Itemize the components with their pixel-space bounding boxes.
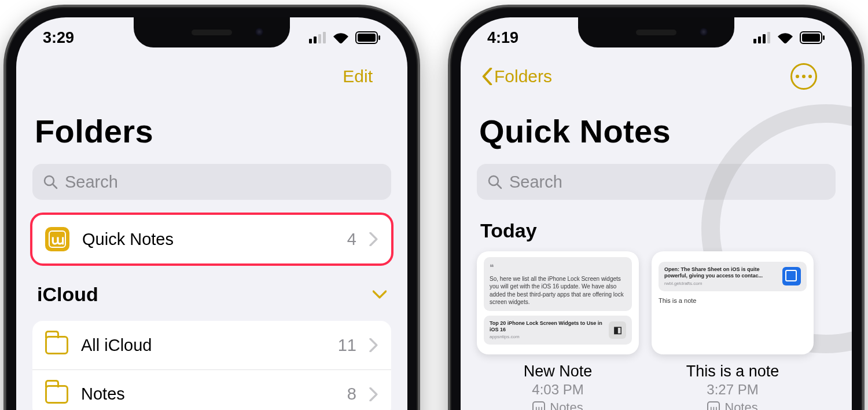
svg-line-8 xyxy=(53,185,57,189)
wifi-icon xyxy=(777,31,794,44)
volume-down-button[interactable] xyxy=(448,241,450,296)
folder-row-notes[interactable]: Notes 8 xyxy=(32,369,391,410)
folder-count: 8 xyxy=(347,385,356,404)
chevron-right-icon xyxy=(369,387,378,401)
screen-right: 4:19 Folders Quick Notes Search xyxy=(461,17,852,410)
battery-icon xyxy=(800,31,825,44)
preview-quote: ❝ So, here we list all the iPhone Lock S… xyxy=(484,257,632,311)
quick-notes-view: Folders Quick Notes Search Today ❝ xyxy=(461,58,852,410)
phone-frame-left: 3:29 Edit Folders Search Quick Notes 4 xyxy=(3,5,420,410)
phone-frame-right: 4:19 Folders Quick Notes Search xyxy=(448,5,865,410)
svg-line-17 xyxy=(498,185,502,189)
svg-rect-2 xyxy=(318,34,321,43)
notes-grid: ❝ So, here we list all the iPhone Lock S… xyxy=(477,251,836,410)
front-camera-icon xyxy=(700,28,708,36)
svg-rect-10 xyxy=(758,36,761,43)
volume-down-button[interactable] xyxy=(3,241,5,296)
folder-name: All iCloud xyxy=(81,336,325,355)
svg-point-16 xyxy=(489,176,498,185)
nav-bar: Edit xyxy=(32,58,391,95)
edit-button[interactable]: Edit xyxy=(343,67,373,86)
note-thumbnail: Open: The Share Sheet on iOS is quite po… xyxy=(652,251,814,354)
preview-link-domain: rwbl.getdrafts.com xyxy=(664,281,773,287)
power-button[interactable] xyxy=(863,189,865,279)
status-time: 4:19 xyxy=(487,29,518,47)
cellular-icon xyxy=(753,32,771,43)
folder-row-all-icloud[interactable]: All iCloud 11 xyxy=(32,321,391,369)
search-placeholder: Search xyxy=(65,173,118,192)
search-input[interactable]: Search xyxy=(477,164,836,200)
front-camera-icon xyxy=(255,28,263,36)
note-title: New Note xyxy=(524,363,593,380)
back-button[interactable]: Folders xyxy=(481,67,552,86)
note-card[interactable]: Open: The Share Sheet on iOS is quite po… xyxy=(652,251,814,410)
quick-notes-mini-icon: ɯ xyxy=(707,401,720,410)
quick-notes-folder-row[interactable]: Quick Notes 4 xyxy=(32,215,391,263)
svg-rect-14 xyxy=(802,34,820,42)
volume-up-button[interactable] xyxy=(3,175,5,230)
status-time: 3:29 xyxy=(43,29,74,47)
earpiece xyxy=(636,30,676,35)
note-thumbnail: ❝ So, here we list all the iPhone Lock S… xyxy=(477,251,639,354)
svg-rect-1 xyxy=(314,36,317,43)
cellular-icon xyxy=(309,32,326,43)
preview-link-title: Open: The Share Sheet on iOS is quite po… xyxy=(664,266,773,280)
link-badge-icon xyxy=(782,267,801,285)
mute-switch[interactable] xyxy=(3,123,5,153)
earpiece xyxy=(192,30,232,35)
preview-link-title: Top 20 iPhone Lock Screen Widgets to Use… xyxy=(490,320,604,334)
svg-rect-15 xyxy=(823,35,825,40)
preview-link: Top 20 iPhone Lock Screen Widgets to Use… xyxy=(484,316,632,345)
preview-body: This is a note xyxy=(659,297,807,304)
chevron-down-icon xyxy=(373,290,387,299)
preview-link: Open: The Share Sheet on iOS is quite po… xyxy=(659,262,807,291)
svg-rect-11 xyxy=(763,34,766,43)
note-folder: ɯ Notes xyxy=(686,400,779,410)
folder-count: 4 xyxy=(347,230,356,249)
chevron-right-icon xyxy=(369,232,378,246)
svg-point-7 xyxy=(45,176,54,185)
search-input[interactable]: Search xyxy=(32,164,391,200)
quick-notes-icon xyxy=(45,227,69,251)
nav-bar: Folders xyxy=(477,58,836,95)
section-title: iCloud xyxy=(37,283,98,306)
battery-icon xyxy=(355,31,381,44)
power-button[interactable] xyxy=(418,189,420,279)
note-folder: ɯ Notes xyxy=(524,400,593,410)
search-icon xyxy=(487,174,502,189)
quick-notes-mini-icon: ɯ xyxy=(532,401,545,410)
svg-rect-0 xyxy=(309,39,312,43)
note-time: 4:03 PM xyxy=(524,382,593,398)
folder-icon xyxy=(45,336,68,354)
note-folder-label: Notes xyxy=(550,400,583,410)
mute-switch[interactable] xyxy=(448,123,450,153)
section-header-icloud[interactable]: iCloud xyxy=(37,283,387,306)
svg-rect-9 xyxy=(753,39,756,43)
folder-name: Quick Notes xyxy=(82,230,334,249)
back-label: Folders xyxy=(494,67,552,86)
page-title: Folders xyxy=(35,112,389,150)
folder-icon xyxy=(45,385,68,404)
notch xyxy=(578,17,734,47)
screen-left: 3:29 Edit Folders Search Quick Notes 4 xyxy=(16,17,407,410)
volume-up-button[interactable] xyxy=(448,175,450,230)
page-title: Quick Notes xyxy=(479,112,833,150)
svg-rect-12 xyxy=(767,32,770,43)
folders-view: Edit Folders Search Quick Notes 4 iCloud xyxy=(16,58,407,410)
icloud-folder-list: All iCloud 11 Notes 8 xyxy=(32,321,391,410)
notch xyxy=(134,17,290,47)
note-title: This is a note xyxy=(686,363,779,380)
preview-link-domain: appsntips.com xyxy=(490,334,604,340)
svg-rect-6 xyxy=(378,35,380,40)
preview-quote-text: So, here we list all the iPhone Lock Scr… xyxy=(490,275,626,306)
folder-name: Notes xyxy=(81,385,334,404)
chevron-left-icon xyxy=(481,68,493,85)
svg-rect-3 xyxy=(323,32,326,43)
note-time: 3:27 PM xyxy=(686,382,779,398)
folder-count: 11 xyxy=(338,336,356,355)
more-button[interactable] xyxy=(790,63,817,90)
link-badge-icon: ◧ xyxy=(609,321,626,339)
note-card[interactable]: ❝ So, here we list all the iPhone Lock S… xyxy=(477,251,639,410)
note-folder-label: Notes xyxy=(724,400,757,410)
search-placeholder: Search xyxy=(509,173,562,192)
